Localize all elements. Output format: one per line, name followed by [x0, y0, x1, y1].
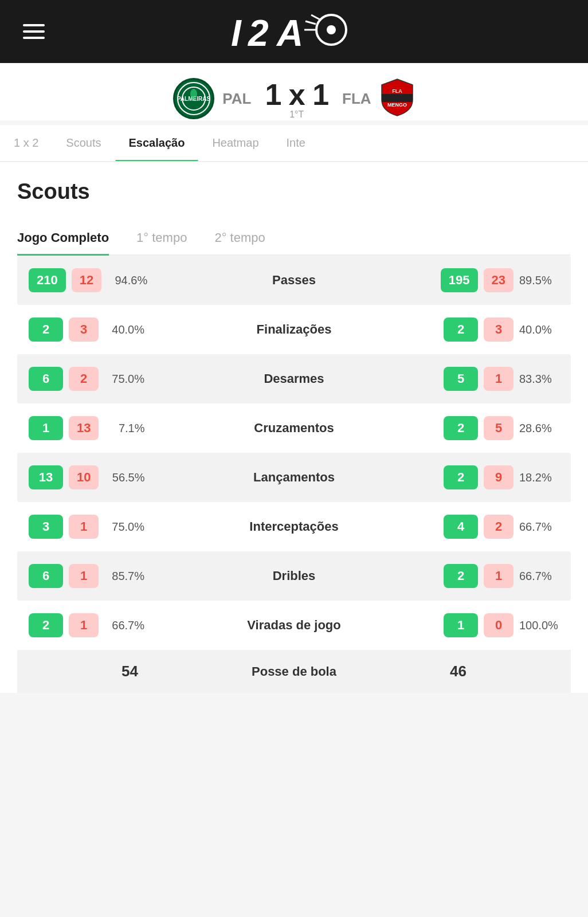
svg-text:MENGO: MENGO: [387, 102, 407, 108]
stats-row-viradas: 2 1 66.7% Viradas de jogo 1 0 100.0%: [17, 601, 571, 650]
logo-icon: I 2 A: [231, 13, 357, 50]
home-stats-lancamentos: 13 10 56.5%: [29, 465, 231, 489]
stats-row-posse: 54 Posse de bola 46: [17, 650, 571, 693]
away-fin-pct: 40.0%: [519, 323, 559, 336]
away-stats-desarmes: 5 1 83.3%: [357, 367, 559, 391]
menu-button[interactable]: [23, 24, 45, 39]
stat-label-passes: Passes: [231, 273, 357, 288]
stat-label-lancamentos: Lançamentos: [231, 470, 357, 485]
home-stats-viradas: 2 1 66.7%: [29, 613, 231, 637]
stats-row-lancamentos: 13 10 56.5% Lançamentos 2 9 18.2%: [17, 453, 571, 502]
away-lan-pct: 18.2%: [519, 471, 559, 484]
home-passes-green: 210: [29, 268, 66, 292]
away-stats-viradas: 1 0 100.0%: [357, 613, 559, 637]
away-des-red: 1: [484, 367, 513, 391]
home-posse: 54: [29, 663, 231, 680]
home-int-pct: 75.0%: [104, 520, 144, 534]
away-stats-finalizacoes: 2 3 40.0%: [357, 318, 559, 342]
stats-row-passes: 210 12 94.6% Passes 195 23 89.5%: [17, 256, 571, 305]
home-dri-pct: 85.7%: [104, 570, 144, 583]
svg-line-6: [305, 21, 316, 24]
home-via-red: 1: [69, 613, 99, 637]
away-int-red: 2: [484, 515, 513, 539]
home-cru-green: 1: [29, 416, 63, 440]
home-des-pct: 75.0%: [104, 373, 144, 386]
svg-point-11: [190, 89, 197, 99]
home-stats-finalizacoes: 2 3 40.0%: [29, 318, 231, 342]
away-via-pct: 100.0%: [519, 619, 559, 632]
home-stats-passes: 210 12 94.6%: [29, 268, 231, 292]
away-team-badge: FLA MENGO: [379, 77, 415, 120]
stats-row-cruzamentos: 1 13 7.1% Cruzamentos 2 5 28.6%: [17, 403, 571, 453]
away-dri-pct: 66.7%: [519, 570, 559, 583]
stats-row-finalizacoes: 2 3 40.0% Finalizações 2 3 40.0%: [17, 305, 571, 354]
away-cru-pct: 28.6%: [519, 422, 559, 435]
home-fin-green: 2: [29, 318, 63, 342]
stat-label-viradas: Viradas de jogo: [231, 618, 357, 633]
section-title: Scouts: [17, 179, 571, 204]
stats-row-dribles: 6 1 85.7% Dribles 2 1 66.7%: [17, 551, 571, 601]
home-lan-pct: 56.5%: [104, 471, 144, 484]
home-passes-pct: 94.6%: [107, 274, 147, 287]
stats-row-interceptacoes: 3 1 75.0% Interceptações 4 2 66.7%: [17, 502, 571, 551]
main-tabs: 1 x 2 Scouts Escalação Heatmap Inte: [0, 125, 588, 162]
away-via-red: 0: [484, 613, 513, 637]
away-int-green: 4: [444, 515, 478, 539]
home-team-badge: PALMEIRAS: [173, 78, 214, 119]
away-des-pct: 83.3%: [519, 373, 559, 386]
away-des-green: 5: [444, 367, 478, 391]
tab-scouts[interactable]: Scouts: [52, 125, 115, 161]
home-int-green: 3: [29, 515, 63, 539]
away-stats-cruzamentos: 2 5 28.6%: [357, 416, 559, 440]
away-lan-green: 2: [444, 465, 478, 489]
svg-text:2: 2: [248, 13, 268, 50]
home-team-name: PAL: [222, 90, 251, 108]
home-des-green: 6: [29, 367, 63, 391]
away-lan-red: 9: [484, 465, 513, 489]
match-score: 1 x 1: [265, 77, 328, 112]
sub-tab-first-half[interactable]: 1° tempo: [136, 221, 187, 254]
away-stats-interceptacoes: 4 2 66.7%: [357, 515, 559, 539]
logo: I 2 A: [231, 13, 357, 50]
home-stats-dribles: 6 1 85.7%: [29, 564, 231, 588]
home-team: PALMEIRAS PAL: [173, 78, 251, 119]
svg-line-5: [311, 15, 320, 19]
tab-inte[interactable]: Inte: [273, 125, 319, 161]
home-cru-red: 13: [69, 416, 99, 440]
home-dri-red: 1: [69, 564, 99, 588]
away-stats-lancamentos: 2 9 18.2%: [357, 465, 559, 489]
score-block: 1 x 1 1°T: [265, 77, 328, 120]
home-int-red: 1: [69, 515, 99, 539]
svg-text:A: A: [276, 13, 302, 50]
away-passes-pct: 89.5%: [519, 274, 559, 287]
away-via-green: 1: [444, 613, 478, 637]
tab-escalacao[interactable]: Escalação: [115, 125, 199, 161]
stat-label-interceptacoes: Interceptações: [231, 519, 357, 534]
tab-1x2[interactable]: 1 x 2: [0, 125, 52, 161]
home-lan-green: 13: [29, 465, 63, 489]
away-passes-green: 195: [441, 268, 478, 292]
svg-text:I: I: [231, 13, 242, 50]
home-cru-pct: 7.1%: [104, 422, 144, 435]
home-stats-interceptacoes: 3 1 75.0%: [29, 515, 231, 539]
away-team-name: FLA: [342, 90, 371, 108]
home-stats-desarmes: 6 2 75.0%: [29, 367, 231, 391]
stat-label-dribles: Dribles: [231, 569, 357, 583]
match-info: PALMEIRAS PAL 1 x 1 1°T FLA FLA MENGO: [0, 63, 588, 120]
home-fin-red: 3: [69, 318, 99, 342]
away-dri-red: 1: [484, 564, 513, 588]
header: I 2 A: [0, 0, 588, 63]
tab-heatmap[interactable]: Heatmap: [198, 125, 272, 161]
svg-point-4: [327, 25, 336, 34]
stat-label-cruzamentos: Cruzamentos: [231, 421, 357, 436]
home-fin-pct: 40.0%: [104, 323, 144, 336]
away-stats-dribles: 2 1 66.7%: [357, 564, 559, 588]
away-dri-green: 2: [444, 564, 478, 588]
away-cru-red: 5: [484, 416, 513, 440]
home-via-green: 2: [29, 613, 63, 637]
sub-tab-second-half[interactable]: 2° tempo: [214, 221, 265, 254]
stats-table: 210 12 94.6% Passes 195 23 89.5% 2 3 40.…: [17, 256, 571, 693]
sub-tab-full[interactable]: Jogo Completo: [17, 221, 109, 254]
home-dri-green: 6: [29, 564, 63, 588]
home-passes-red: 12: [72, 268, 101, 292]
